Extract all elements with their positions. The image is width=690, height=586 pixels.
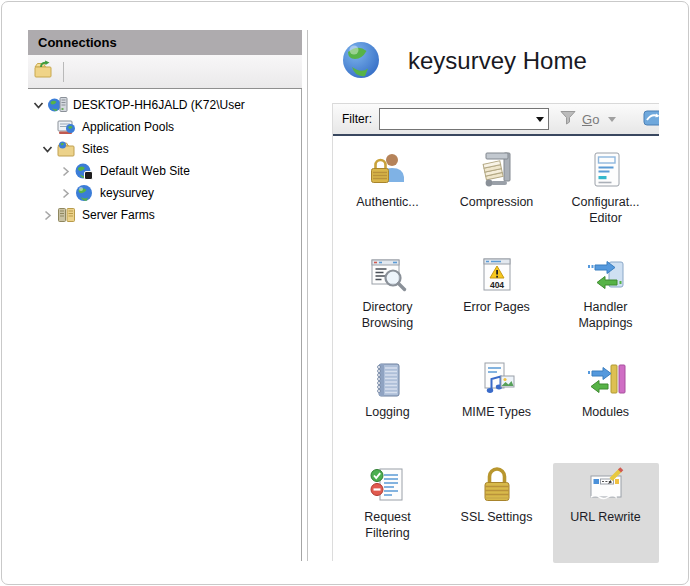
filter-funnel-icon[interactable]: [560, 110, 576, 129]
compression-icon: [477, 150, 517, 190]
feature-label: URL Rewrite: [570, 509, 640, 525]
feature-directory-browsing[interactable]: Directory Browsing: [335, 253, 441, 353]
tree-item-label: DESKTOP-HH6JALD (K72\User: [73, 98, 245, 112]
features-grid: Authentic... Compression: [333, 136, 659, 563]
chevron-right-icon[interactable]: [57, 188, 74, 199]
show-all-icon[interactable]: [643, 109, 659, 131]
feature-configuration-editor[interactable]: Configurat... Editor: [553, 148, 659, 248]
tree-item-label: Sites: [82, 142, 109, 156]
authentication-icon: [368, 150, 408, 190]
connections-panel: Connections: [28, 30, 302, 561]
feature-authentication[interactable]: Authentic...: [335, 148, 441, 248]
feature-label: Modules: [582, 404, 629, 420]
tree-item-sites[interactable]: Sites: [28, 138, 301, 160]
feature-label: Logging: [365, 404, 410, 420]
combobox-arrow-icon[interactable]: [536, 117, 544, 122]
tree-item-label: Application Pools: [82, 120, 174, 134]
go-dropdown-caret-icon[interactable]: [608, 117, 616, 122]
error-404-text: 404: [489, 280, 503, 290]
feature-error-pages[interactable]: 404 Error Pages: [444, 253, 550, 353]
chevron-right-icon[interactable]: [57, 166, 74, 177]
tree-item-label: Default Web Site: [100, 164, 190, 178]
filter-label: Filter:: [342, 112, 372, 126]
feature-mime-types[interactable]: MIME Types: [444, 358, 550, 458]
tree-item-default-web-site[interactable]: Default Web Site: [28, 160, 301, 182]
panel-splitter[interactable]: [307, 30, 308, 561]
directory-browsing-icon: [368, 255, 408, 295]
feature-label: Directory Browsing: [362, 299, 413, 331]
tree-item-server-farms[interactable]: Server Farms: [28, 204, 301, 226]
feature-label: Error Pages: [463, 299, 530, 315]
feature-ssl-settings[interactable]: SSL Settings: [444, 463, 550, 563]
application-pools-icon: [56, 118, 77, 136]
connect-folder-icon[interactable]: [34, 60, 54, 83]
filter-input[interactable]: [380, 109, 540, 129]
feature-url-rewrite[interactable]: URL Rewrite: [553, 463, 659, 563]
go-button[interactable]: Go: [582, 112, 599, 127]
feature-label: Request Filtering: [364, 509, 411, 541]
chevron-down-icon[interactable]: [30, 100, 47, 111]
chevron-right-icon[interactable]: [39, 210, 56, 221]
handler-mappings-icon: [586, 255, 626, 295]
feature-logging[interactable]: Logging: [335, 358, 441, 458]
stopped-site-icon: [74, 162, 95, 180]
filter-combobox[interactable]: [379, 108, 549, 130]
feature-modules[interactable]: Modules: [553, 358, 659, 458]
tree-item-server[interactable]: DESKTOP-HH6JALD (K72\User: [28, 94, 301, 116]
toolbar-separator: [63, 62, 64, 82]
tree-item-label: Server Farms: [82, 208, 155, 222]
feature-label: Compression: [460, 194, 534, 210]
tree-item-label: keysurvey: [100, 186, 154, 200]
request-filtering-icon: [368, 465, 408, 505]
home-globe-icon: [340, 39, 382, 81]
url-rewrite-icon: [586, 465, 626, 505]
feature-compression[interactable]: Compression: [444, 148, 550, 248]
ssl-settings-icon: [477, 465, 517, 505]
connections-header: Connections: [28, 30, 302, 55]
logging-icon: [368, 360, 408, 400]
connections-tree: DESKTOP-HH6JALD (K72\User Application Po…: [28, 89, 302, 561]
feature-handler-mappings[interactable]: Handler Mappings: [553, 253, 659, 353]
error-pages-icon: 404: [477, 255, 517, 295]
features-view: Filter: Go: [332, 103, 659, 561]
server-icon: [47, 96, 68, 114]
feature-label: Handler Mappings: [578, 299, 632, 331]
site-globe-icon: [74, 184, 95, 202]
sites-folder-icon: [56, 140, 77, 158]
tree-item-keysurvey[interactable]: keysurvey: [28, 182, 301, 204]
feature-request-filtering[interactable]: Request Filtering: [335, 463, 441, 563]
modules-icon: [586, 360, 626, 400]
feature-label: MIME Types: [462, 404, 531, 420]
feature-label: SSL Settings: [461, 509, 533, 525]
mime-types-icon: [477, 360, 517, 400]
connections-toolbar: [28, 55, 302, 89]
chevron-down-icon[interactable]: [39, 144, 56, 155]
main-panel: keysurvey Home Filter: Go: [322, 30, 678, 561]
page-title: keysurvey Home: [408, 47, 587, 75]
feature-label: Authentic...: [356, 194, 419, 210]
server-farms-icon: [56, 206, 77, 224]
filter-toolbar: Filter: Go: [333, 103, 659, 136]
tree-item-application-pools[interactable]: Application Pools: [28, 116, 301, 138]
feature-label: Configurat... Editor: [571, 194, 639, 226]
configuration-editor-icon: [586, 150, 626, 190]
